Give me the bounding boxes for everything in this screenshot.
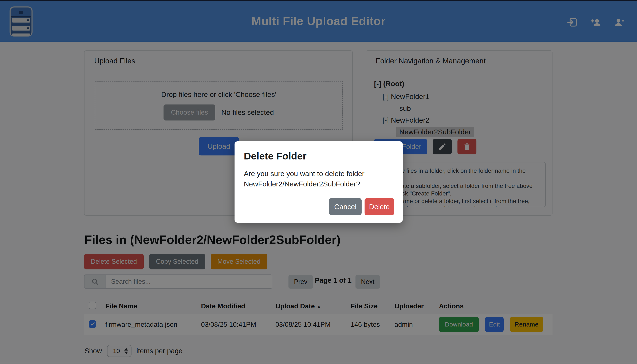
modal-message: Are you sure you want to delete folder N… [244,168,391,189]
delete-folder-modal: Delete Folder Are you sure you want to d… [234,141,403,223]
modal-actions: Cancel Delete [329,198,394,215]
modal-title: Delete Folder [244,150,394,162]
confirm-delete-button[interactable]: Delete [364,198,394,215]
cancel-button[interactable]: Cancel [329,198,362,215]
